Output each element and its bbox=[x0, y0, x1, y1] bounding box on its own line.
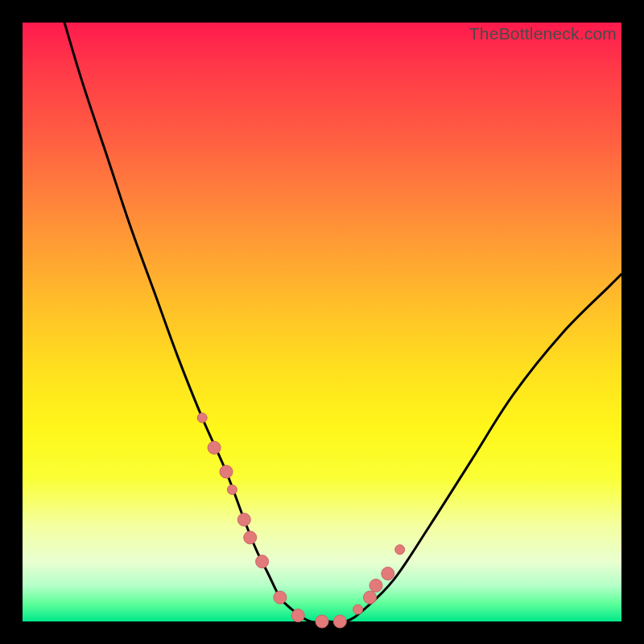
highlight-dot bbox=[197, 413, 207, 423]
highlight-dot bbox=[220, 465, 233, 478]
outer-frame: TheBottleneck.com bbox=[0, 0, 644, 644]
highlight-dot bbox=[291, 609, 304, 622]
highlight-dot bbox=[237, 514, 250, 526]
highlight-dot bbox=[227, 485, 237, 494]
curve-line bbox=[64, 23, 621, 622]
highlight-dot bbox=[244, 531, 257, 544]
highlight-dot bbox=[382, 568, 394, 580]
highlight-dot bbox=[395, 545, 405, 555]
highlight-dot bbox=[316, 615, 328, 628]
highlight-dot bbox=[256, 555, 269, 568]
highlight-dot bbox=[333, 615, 346, 628]
highlight-dot bbox=[364, 591, 377, 604]
chart-svg bbox=[23, 23, 621, 621]
highlight-dot bbox=[353, 605, 363, 614]
highlight-dots-group bbox=[197, 413, 405, 628]
highlight-dot bbox=[208, 441, 221, 454]
highlight-dot bbox=[369, 579, 382, 592]
highlight-dot bbox=[274, 591, 287, 604]
